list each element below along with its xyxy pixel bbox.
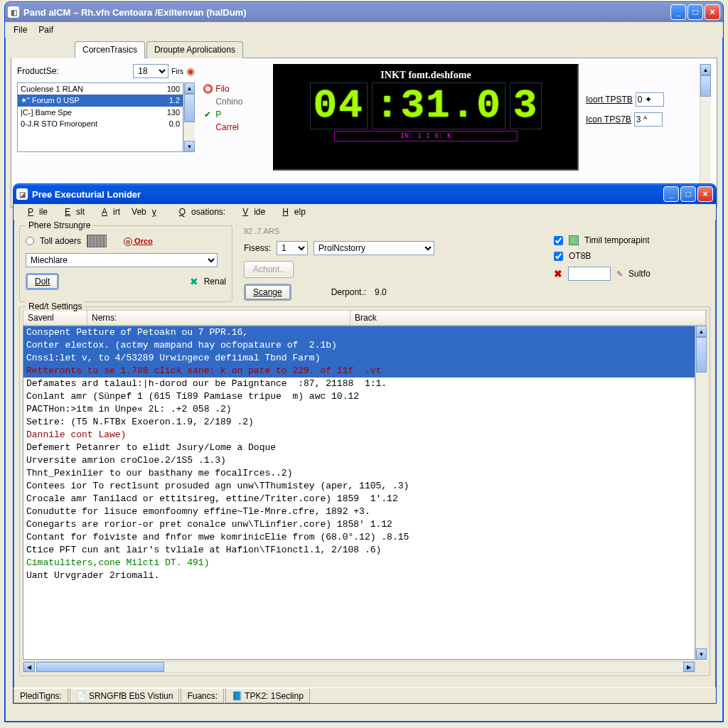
statusbar: PlediTigns: 📄SRNGFfB EbS Vistiun Fuancs:… [14, 687, 716, 703]
warning-icon: ◉ [186, 65, 195, 77]
timil-checkbox[interactable] [554, 236, 563, 245]
achont-button: Achont.. [244, 261, 294, 278]
front-titlebar: ◪ Pree Executurial Lonider _ □ × [14, 184, 716, 204]
panel-scrollbar[interactable]: ▲▼ [700, 64, 711, 199]
maximize-button[interactable]: □ [687, 4, 703, 20]
back-menubar: File Paif [5, 22, 723, 38]
log-line[interactable]: Setire: (T5 N.FTBx Exoeron.1.9, 2/189 .2… [23, 416, 695, 429]
productse-label: FroductSe: [17, 66, 59, 76]
log-line[interactable]: Cimatuliters,cone Milcti DT. 491) [23, 557, 695, 569]
tpstb-label: Ioort TPSTB [586, 95, 633, 105]
fisess-label: Fisess: [244, 243, 271, 253]
derpont-label: Derpont.: [331, 287, 366, 297]
ars-label: 92 .7.ARS [244, 227, 279, 235]
menu-help[interactable]: Help [271, 205, 311, 218]
app-icon: ◧ [8, 6, 19, 18]
log-line[interactable]: Dannile cont Lawe) [23, 429, 695, 441]
fisess-select[interactable]: 1 [277, 241, 308, 255]
back-tabstrip: CorcenTrasics Droupte Aprolications [75, 41, 717, 58]
back-title: Pand alCM – Rh.vfn Centoara /Exiltenvan … [23, 7, 670, 18]
display-title: INKT fomt.deshfome [277, 68, 574, 82]
log-line[interactable]: Defemert Petanrer to elidt Jsury/Lome a … [23, 441, 695, 454]
log-line[interactable]: Conspent Petture of Petoakn ou 7 PPR.16, [23, 326, 695, 339]
delete-icon[interactable]: ✖ [554, 268, 562, 279]
barcode-icon [87, 235, 107, 247]
log-line[interactable]: Contant for foiviste and fnfor mwe komri… [23, 531, 695, 544]
log-line[interactable]: PACTHon:>itm in Unpe« 2L: .+2 058 .2) [23, 403, 695, 416]
status-icons-block: ⭕ Filo Cnhino ✔ P Carrel [202, 64, 266, 201]
dolt-button[interactable]: Dolt [26, 273, 59, 290]
close-button[interactable]: × [697, 186, 713, 202]
log-line[interactable]: Thnt_Pexinlier to our basthany me focalI… [23, 467, 695, 480]
list-item: Cuolense 1 RLAN100 [18, 83, 183, 95]
timil-label: Timil temporapint [584, 235, 650, 245]
log-line[interactable]: Conlant amr (Sünpef 1 (615 Ti89 Pamiase … [23, 390, 695, 403]
menu-file[interactable]: File [8, 23, 33, 36]
front-title: Pree Executurial Lonider [32, 189, 663, 200]
otsb-checkbox[interactable] [554, 252, 563, 261]
list-item: 0-J.R STO Fmoropent0.0 [18, 118, 183, 129]
renal-label: Renal [204, 277, 226, 287]
productse-select[interactable]: 18 [133, 64, 168, 78]
log-line[interactable]: Conudutte for lisuce emonfoomny effine~T… [23, 505, 695, 518]
check-icon: ✖ [190, 276, 198, 287]
doc-icon [569, 235, 579, 245]
listbox-scrollbar[interactable]: ▲▼ [183, 82, 195, 152]
display-footer: IN: 1 I 0: K [334, 131, 518, 141]
app-icon: ◪ [16, 188, 28, 200]
orco-link[interactable]: o Orco [124, 237, 153, 246]
log-line[interactable]: Cnssl:let v, to 4/53289 Urwingece defiim… [23, 352, 695, 365]
book-icon: 📘 [232, 691, 242, 701]
miechlare-combo[interactable]: Miechlare [26, 253, 218, 267]
log-line[interactable]: Conegarts are rorior-or pret conalce unw… [23, 518, 695, 531]
tab-droupte[interactable]: Droupte Aprolications [146, 41, 243, 58]
phere-strsungre-label: Phere Strsungre [26, 220, 93, 230]
status-pleditigns: PlediTigns: [14, 688, 68, 703]
toll-adoers-label: Toll adoers [40, 236, 81, 246]
menu-vide[interactable]: Vide [231, 205, 271, 218]
log-line[interactable]: Retteronts to se 1.788 cIick sane: k on … [23, 365, 695, 378]
tab-corcentrasics[interactable]: CorcenTrasics [75, 41, 145, 58]
menu-qosations[interactable]: Qosations: [168, 205, 231, 218]
tpstb-field[interactable]: 0 ✦ [636, 92, 664, 107]
productse-suffix: Firs [171, 68, 183, 75]
menu-paif[interactable]: Paif [33, 23, 59, 36]
log-list[interactable]: Conspent Petture of Petoakn ou 7 PPR.16,… [23, 326, 695, 660]
log-line[interactable]: Urversite amrion croCloe.2/1S5 .1.3) [23, 454, 695, 467]
close-button[interactable]: × [705, 4, 720, 20]
tps7b-field[interactable]: 3 ᴬ [634, 112, 663, 127]
log-line[interactable]: Conter electox. (actmy mampand hay ocfop… [23, 339, 695, 352]
menu-airt[interactable]: Airt [90, 205, 126, 218]
digital-display: INKT fomt.deshfome 04 :31.0 3 IN: 1 I 0:… [273, 64, 579, 171]
log-line[interactable]: Crocale amr Tanilacd or ettitsireg, etti… [23, 493, 695, 505]
sultfo-label: Sultfo [628, 269, 651, 279]
minimize-button[interactable]: _ [663, 186, 679, 202]
log-line[interactable]: Ctice PFT cun ant lair's tvliale at Hafi… [23, 544, 695, 557]
otsb-label: OT8B [569, 251, 591, 261]
product-listbox[interactable]: Cuolense 1 RLAN100 ✶" Forum 0 USP1.2 |C-… [17, 82, 183, 152]
status-fuancs: Fuancs: [181, 688, 224, 703]
doc-icon: 📄 [76, 691, 86, 701]
list-item: |C-] Bame Spe130 [18, 107, 183, 118]
back-titlebar: ◧ Pand alCM – Rh.vfn Centoara /Exiltenva… [5, 2, 723, 22]
pencil-icon: ✎ [616, 269, 623, 279]
redt-settings-label: Red/t Settings [26, 301, 85, 311]
toll-adoers-radio[interactable] [26, 237, 34, 245]
log-line[interactable]: Defamates ard talaul:|h-dorod our be Pai… [23, 378, 695, 390]
prolncstorry-select[interactable]: ProlNcstorry [314, 241, 434, 255]
log-scrollbar[interactable]: ▲▼ [695, 326, 707, 660]
log-line[interactable]: Uant Urvgrader 2riomali. [23, 569, 695, 582]
sultfo-input[interactable] [568, 267, 611, 281]
column-headers[interactable]: Savenl Nerns: Brack [23, 310, 707, 326]
status-srngffb: 📄SRNGFfB EbS Vistiun [70, 688, 180, 703]
front-menubar: Pile Eslt Airt Veby Qosations: Vide Help [14, 204, 716, 220]
minimize-button[interactable]: _ [670, 4, 686, 20]
menu-pile[interactable]: Pile [16, 205, 53, 218]
menu-veby[interactable]: Veby [126, 205, 168, 218]
log-line[interactable]: Contees ior To rectlsunt prosuded agn un… [23, 480, 695, 493]
maximize-button[interactable]: □ [680, 186, 696, 202]
horizontal-scrollbar[interactable]: ◀ ▶ [23, 661, 695, 673]
menu-eslt[interactable]: Eslt [53, 205, 90, 218]
scange-button[interactable]: Scange [244, 284, 291, 301]
status-tpk2: 📘TPK2: 1Seclinp [225, 688, 310, 703]
